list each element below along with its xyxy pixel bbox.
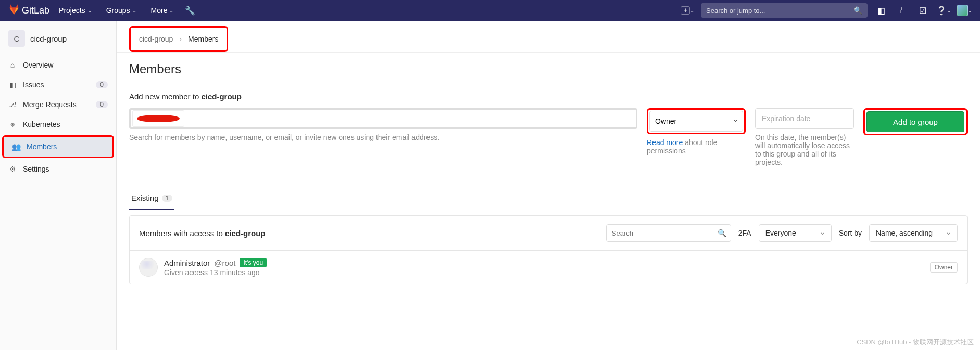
sidebar-context[interactable]: C cicd-group — [0, 25, 116, 55]
role-select-wrap: Owner — [647, 108, 746, 134]
plus-icon: + — [681, 6, 689, 15]
count-badge: 0 — [96, 101, 108, 108]
tab-label: Existing — [131, 193, 159, 202]
member-search-help: Search for members by name, username, or… — [129, 133, 637, 141]
panel-title: Members with access to cicd-group — [139, 229, 599, 238]
members-panel: Members with access to cicd-group 🔍 2FA … — [129, 215, 968, 284]
kubernetes-icon: ⎈ — [8, 120, 17, 128]
sidebar-item-label: Issues — [23, 81, 44, 89]
tab-count-badge: 1 — [162, 195, 173, 202]
search-icon[interactable]: 🔍 — [713, 224, 731, 242]
member-name-line: Administrator @root It's you — [164, 258, 924, 267]
chevron-down-icon: ⌄ — [968, 8, 972, 14]
role-select[interactable]: Owner — [649, 111, 743, 132]
two-fa-label: 2FA — [738, 229, 751, 237]
sidebar-item-label: Kubernetes — [23, 120, 60, 128]
tanuki-icon — [8, 4, 20, 18]
member-tabs: Existing 1 — [129, 187, 968, 210]
watermark: CSDN @IoTHub - 物联网开源技术社区 — [857, 338, 974, 347]
breadcrumb: cicd-group › Members — [129, 26, 228, 52]
member-info: Administrator @root It's you Given acces… — [164, 258, 924, 277]
breadcrumb-parent[interactable]: cicd-group — [139, 35, 173, 43]
merge-requests-shortcut-icon[interactable]: ⑃ — [895, 3, 909, 18]
role-help: Read more about role permissions — [647, 138, 746, 155]
avatar-icon — [957, 5, 968, 16]
sidebar-item-label: Members — [27, 142, 57, 151]
add-button-highlight: Add to group — [863, 108, 968, 135]
sidebar-item-overview[interactable]: ⌂ Overview — [0, 55, 116, 75]
sidebar-item-kubernetes[interactable]: ⎈ Kubernetes — [0, 114, 116, 134]
search-input[interactable] — [706, 7, 853, 15]
chevron-down-icon: ⌄ — [947, 8, 951, 14]
merge-request-icon: ⎇ — [8, 100, 17, 109]
nav-projects[interactable]: Projects⌄ — [54, 2, 97, 19]
page-title: Members — [129, 62, 968, 76]
members-search[interactable]: 🔍 — [606, 224, 731, 242]
divider — [117, 52, 980, 53]
add-member-heading: Add new member to cicd-group — [129, 92, 968, 101]
members-search-input[interactable] — [607, 229, 713, 237]
sidebar-item-label: Merge Requests — [23, 100, 77, 109]
sidebar-item-members[interactable]: 👥 Members — [2, 135, 114, 158]
tab-existing[interactable]: Existing 1 — [129, 187, 174, 210]
gear-icon: ⚙ — [8, 165, 17, 173]
sidebar-item-settings[interactable]: ⚙ Settings — [0, 159, 116, 179]
nav-groups[interactable]: Groups⌄ — [101, 2, 142, 19]
chevron-down-icon: ⌄ — [87, 8, 92, 14]
member-name-link[interactable]: Administrator — [164, 258, 210, 267]
sidebar-item-merge-requests[interactable]: ⎇ Merge Requests 0 — [0, 95, 116, 114]
its-you-badge: It's you — [240, 258, 267, 267]
add-to-group-button[interactable]: Add to group — [866, 111, 964, 132]
expiration-date-input[interactable] — [755, 108, 854, 129]
chevron-down-icon: ⌄ — [132, 8, 136, 14]
member-row: Administrator @root It's you Given acces… — [130, 251, 967, 284]
chevron-down-icon: ⌄ — [169, 8, 173, 14]
chevron-right-icon: › — [179, 35, 182, 43]
members-panel-header: Members with access to cicd-group 🔍 2FA … — [130, 216, 967, 251]
gitlab-logo[interactable]: GitLab — [8, 4, 49, 18]
new-dropdown[interactable]: +⌄ — [680, 3, 695, 18]
members-icon: 👥 — [12, 142, 20, 151]
redacted-content — [133, 111, 184, 126]
nav-more[interactable]: More⌄ — [146, 2, 179, 19]
sidebar-item-label: Settings — [23, 165, 49, 173]
group-avatar: C — [8, 30, 25, 47]
sidebar: C cicd-group ⌂ Overview ◧ Issues 0 ⎇ Mer… — [0, 21, 117, 350]
member-role-badge: Owner — [930, 262, 958, 273]
brand-name: GitLab — [22, 5, 49, 16]
issues-shortcut-icon[interactable]: ◧ — [874, 3, 888, 18]
sort-by-label: Sort by — [839, 229, 862, 237]
member-username: @root — [214, 258, 235, 267]
expiration-help: On this date, the member(s) will automat… — [755, 133, 854, 166]
issues-icon: ◧ — [8, 81, 17, 89]
sidebar-item-label: Overview — [23, 61, 53, 69]
global-search[interactable]: 🔍 — [701, 3, 868, 18]
role-help-link[interactable]: Read more — [647, 138, 683, 147]
admin-wrench-icon[interactable]: 🔧 — [183, 3, 197, 18]
search-icon: 🔍 — [853, 6, 862, 15]
todos-shortcut-icon[interactable]: ☑ — [915, 3, 930, 18]
selected-member-chip[interactable] — [132, 110, 184, 127]
count-badge: 0 — [96, 81, 108, 88]
breadcrumb-current: Members — [188, 35, 218, 43]
sidebar-item-issues[interactable]: ◧ Issues 0 — [0, 75, 116, 95]
member-search-input[interactable] — [129, 108, 637, 129]
member-access-meta: Given access 13 minutes ago — [164, 268, 924, 277]
user-menu[interactable]: ⌄ — [957, 3, 972, 18]
home-icon: ⌂ — [8, 61, 17, 69]
chevron-down-icon: ⌄ — [690, 8, 694, 14]
main-content: cicd-group › Members Members Add new mem… — [117, 21, 980, 350]
navbar-right: +⌄ 🔍 ◧ ⑃ ☑ ❔⌄ ⌄ — [680, 3, 972, 18]
top-navbar: GitLab Projects⌄ Groups⌄ More⌄ 🔧 +⌄ 🔍 ◧ … — [0, 0, 980, 21]
navbar-left: GitLab Projects⌄ Groups⌄ More⌄ 🔧 — [8, 2, 197, 19]
two-fa-filter[interactable]: Everyone — [759, 224, 832, 242]
help-icon[interactable]: ❔⌄ — [936, 3, 951, 18]
group-name: cicd-group — [30, 34, 67, 43]
sort-dropdown[interactable]: Name, ascending — [869, 224, 958, 242]
add-member-form: Search for members by name, username, or… — [129, 108, 968, 166]
member-avatar[interactable] — [139, 258, 158, 277]
